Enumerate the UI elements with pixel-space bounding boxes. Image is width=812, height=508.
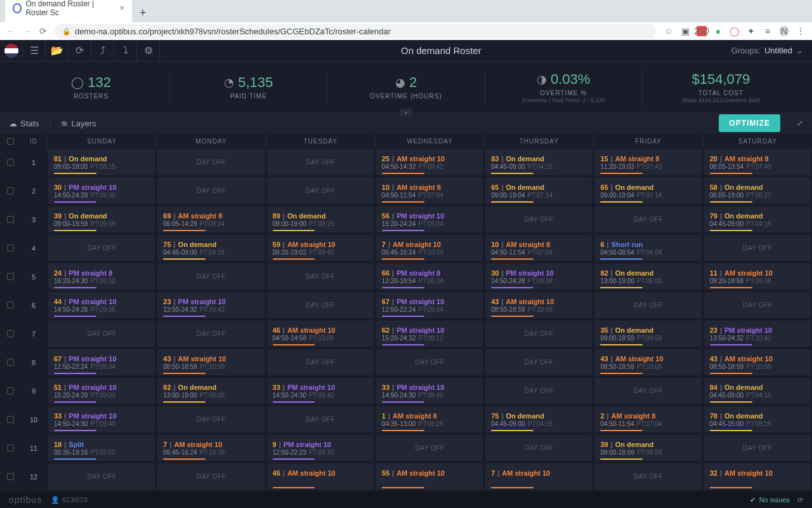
row-checkbox[interactable] [7,387,14,394]
shift-cell[interactable]: 33|PM straight 1014:50-24:30PT:09:40 [267,378,374,404]
shift-cell[interactable]: 30|PM straight 1014:50-24:28PT:09:38 [485,264,592,290]
row-checkbox[interactable] [7,473,14,480]
shift-cell[interactable]: 20|AM straight 806:05-13:54PT:07:49 [704,149,811,175]
shift-cell[interactable]: 25|AM straight 1004:50-14:32PT:09:42 [376,149,483,175]
day-off-cell[interactable]: DAY OFF [48,464,155,490]
day-off-cell[interactable]: DAY OFF [267,149,374,175]
day-off-cell[interactable]: DAY OFF [594,378,701,404]
shift-cell[interactable]: 43|AM straight 1008:50-18:59PT:10:09 [157,349,264,375]
menu-icon[interactable]: ⋮ [796,26,806,36]
day-off-cell[interactable]: DAY OFF [157,149,264,175]
day-off-cell[interactable]: DAY OFF [594,464,701,490]
day-off-cell[interactable]: DAY OFF [157,178,264,204]
day-off-cell[interactable]: DAY OFF [704,292,811,318]
shift-cell[interactable]: 67|PM straight 1012:50-22:24PT:09:34 [48,349,155,375]
shift-cell[interactable]: 10|AM straight 804:50-11:54PT:07:04 [376,178,483,204]
shift-cell[interactable]: 65|On demand09:00-19:04PT:07:14 [485,178,592,204]
shift-cell[interactable]: 62|PM straight 1015:20-24:32PT:09:12 [376,321,483,347]
shift-cell[interactable]: 79|On demand04:45-09:00PT:04:15 [704,206,811,232]
row-checkbox[interactable] [7,330,14,337]
import-button[interactable]: ⤵ [114,40,137,62]
refresh-button[interactable]: ⟳ [69,40,91,62]
shift-cell[interactable]: 43|AM straight 1008:50-18:59PT:10:09 [704,349,811,375]
shift-cell[interactable]: 82|On demand13:00-19:00PT:06:00 [157,378,264,404]
shift-cell[interactable]: 39|On demand09:00-18:59PT:09:59 [48,206,155,232]
shift-cell[interactable]: 56|PM straight 1015:20-24:24PT:09:04 [376,206,483,232]
ext-badge[interactable]: 250 [697,26,707,36]
shift-cell[interactable]: 7|AM straight 10 [485,464,592,490]
shift-cell[interactable]: 10|AM straight 804:50-11:54PT:07:04 [485,235,592,261]
browser-tab[interactable]: On demand Roster | Roster Sc × [5,0,132,22]
day-off-cell[interactable]: DAY OFF [594,292,701,318]
shift-cell[interactable]: 39|On demand09:00-18:59PT:09:59 [594,435,701,461]
row-checkbox[interactable] [7,444,14,451]
grid-body[interactable]: 181|On demand09:00-19:00PT:08:15DAY OFFD… [0,148,812,491]
ext-icon[interactable]: ≡ [763,26,773,36]
shift-cell[interactable]: 32|AM straight 10 [704,464,811,490]
shift-cell[interactable]: 84|On demand04:45-09:00PT:04:15 [704,378,811,404]
close-tab-icon[interactable]: × [120,4,124,13]
reload-icon[interactable]: ⟳ [39,26,47,36]
select-all-checkbox[interactable] [7,138,14,145]
day-off-cell[interactable]: DAY OFF [267,292,374,318]
shift-cell[interactable]: 11|AM straight 1009:20-18:58PT:09:38 [704,264,811,290]
expand-icon[interactable]: ⤢ [797,119,803,128]
menu-button[interactable]: ☰ [23,40,46,62]
row-checkbox[interactable] [7,416,14,423]
ext-icon[interactable]: ✦ [746,26,756,36]
day-off-cell[interactable]: DAY OFF [48,321,155,347]
day-off-cell[interactable]: DAY OFF [267,178,374,204]
shift-cell[interactable]: 35|On demand09:00-18:59PT:09:59 [594,321,701,347]
refresh-icon[interactable]: ⟳ [797,496,803,504]
star-icon[interactable]: ☆ [664,26,674,36]
url-input[interactable]: 🔒 demo-na.optibus.co/project/xkh978vsn/r… [55,24,656,39]
day-off-cell[interactable]: DAY OFF [267,406,374,432]
drag-handle-icon[interactable]: ▾ [400,109,412,116]
profile-avatar[interactable]: N [779,26,789,36]
shift-cell[interactable]: 78|On demand04:45-15:00PT:08:15 [704,406,811,432]
ext-icon[interactable]: ◯ [730,26,740,36]
export-button[interactable]: ⤴ [91,40,114,62]
new-tab-button[interactable]: + [136,4,150,22]
shift-cell[interactable]: 51|PM straight 1015:20-24:29PT:09:09 [48,378,155,404]
row-checkbox[interactable] [7,359,14,366]
day-off-cell[interactable]: DAY OFF [485,435,592,461]
shift-cell[interactable]: 45|AM straight 10 [267,464,374,490]
shift-cell[interactable]: 67|PM straight 1012:50-22:24PT:09:34 [376,292,483,318]
shift-cell[interactable]: 75|On demand04:45-09:00PT:04:15 [157,235,264,261]
open-button[interactable]: 📂 [46,40,69,62]
day-off-cell[interactable]: DAY OFF [376,435,483,461]
issues-status[interactable]: ✔ No issues ⟳ [750,496,803,504]
shift-cell[interactable]: 43|AM straight 1008:50-18:59PT:10:09 [594,349,701,375]
id-header[interactable]: ID [20,134,47,148]
shift-cell[interactable]: 18|Split05:35-19:16PT:09:52 [48,435,155,461]
shift-cell[interactable]: 66|PM straight 812:20-18:54PT:06:34 [376,264,483,290]
shift-cell[interactable]: 23|PM straight 1013:50-24:32PT:10:42 [157,292,264,318]
shift-cell[interactable]: 24|PM straight 816:20-24:30PT:08:10 [48,264,155,290]
day-off-cell[interactable]: DAY OFF [376,349,483,375]
settings-button[interactable]: ⚙ [137,40,160,62]
shift-cell[interactable]: 83|On demand04:45-09:00PT:04:15 [485,149,592,175]
day-off-cell[interactable]: DAY OFF [267,264,374,290]
shift-cell[interactable]: 82|On demand13:00-19:00PT:06:00 [594,264,701,290]
day-off-cell[interactable]: DAY OFF [485,349,592,375]
stats-tab[interactable]: ☁ Stats [9,119,39,128]
forward-icon[interactable]: → [23,26,32,36]
row-checkbox[interactable] [7,187,14,194]
shift-cell[interactable]: 6|Short run04:50-08:54PT:04:04 [594,235,701,261]
ext-icon[interactable]: ● [713,26,723,36]
day-off-cell[interactable]: DAY OFF [594,206,701,232]
row-checkbox[interactable] [7,159,14,166]
day-off-cell[interactable]: DAY OFF [267,349,374,375]
shift-cell[interactable]: 44|PM straight 1014:50-24:26PT:09:36 [48,292,155,318]
row-checkbox[interactable] [7,244,14,251]
row-checkbox[interactable] [7,216,14,223]
shift-cell[interactable]: 15|AM straight 811:20-19:03PT:07:43 [594,149,701,175]
shift-cell[interactable]: 2|AM straight 804:50-11:54PT:07:04 [594,406,701,432]
row-checkbox[interactable] [7,302,14,309]
locale-button[interactable] [0,40,23,62]
shift-cell[interactable]: 46|AM straight 1004:50-14:58PT:10:08 [267,321,374,347]
shift-cell[interactable]: 59|AM straight 1009:20-19:02PT:09:42 [267,235,374,261]
shift-cell[interactable]: 58|On demand06:05-19:00PT:08:27 [704,178,811,204]
shift-cell[interactable]: 81|On demand09:00-19:00PT:08:15 [48,149,155,175]
